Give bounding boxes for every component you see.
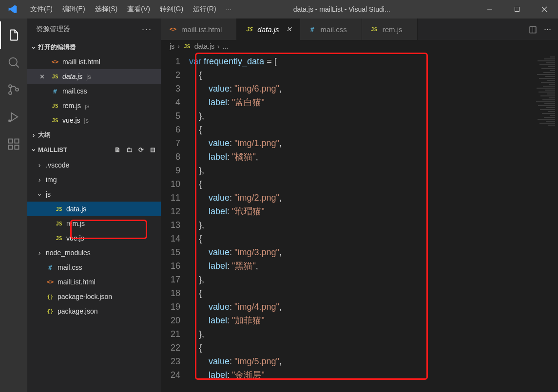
svg-point-7 — [9, 92, 12, 94]
tree-file[interactable]: vue.js — [27, 231, 161, 245]
html-file-icon — [46, 279, 55, 285]
activity-search-icon[interactable] — [0, 49, 27, 76]
open-editor-item[interactable]: data.jsjs — [27, 69, 161, 84]
svg-point-6 — [9, 85, 12, 88]
collapse-all-icon[interactable]: ⊟ — [148, 146, 157, 153]
window-close-button[interactable] — [531, 0, 558, 19]
section-open-editors[interactable]: 打开的编辑器 — [27, 40, 161, 55]
editor-tab[interactable]: rem.js — [362, 19, 418, 40]
tree-file[interactable]: mailList.html — [27, 275, 161, 289]
editor-tab[interactable]: mail.css — [300, 19, 362, 40]
breadcrumb-segment[interactable]: js — [170, 42, 174, 50]
tree-folder[interactable]: .vscode — [27, 158, 161, 172]
svg-rect-14 — [15, 139, 19, 143]
tree-file[interactable]: mail.css — [27, 260, 161, 275]
section-project-label: MAILLIST — [38, 146, 67, 153]
titlebar: 文件(F)编辑(E)选择(S)查看(V)转到(G)运行(R)··· data.j… — [0, 0, 558, 19]
vscode-logo-icon — [0, 4, 25, 14]
activity-explorer-icon[interactable] — [0, 21, 27, 49]
menu-item[interactable]: 选择(S) — [90, 0, 123, 19]
section-outline[interactable]: 大纲 — [27, 128, 161, 142]
breadcrumbs[interactable]: jsdata.js... — [161, 40, 558, 53]
chevron-right-icon — [177, 42, 180, 50]
activity-extensions-icon[interactable] — [0, 131, 27, 158]
sidebar-more-icon[interactable]: ··· — [142, 24, 152, 35]
tree-file[interactable]: data.js — [27, 202, 161, 216]
tree-folder[interactable]: js — [27, 187, 161, 202]
css-file-icon — [46, 264, 55, 271]
editor-tab[interactable]: mailList.html — [161, 19, 237, 40]
file-tree: .vscodeimgjsdata.jsrem.jsvue.jsnode_modu… — [27, 157, 161, 318]
activity-source-control-icon[interactable] — [0, 76, 27, 103]
chevron-right-icon — [36, 176, 43, 184]
section-project[interactable]: MAILLIST 🗎 🗀 ⟳ ⊟ — [27, 142, 161, 157]
activity-run-debug-icon[interactable] — [0, 103, 27, 131]
menubar: 文件(F)编辑(E)选择(S)查看(V)转到(G)运行(R)··· — [25, 0, 236, 19]
editor-area: mailList.htmldata.jsmail.cssrem.js ◫ ···… — [161, 19, 558, 392]
tree-label: package-lock.json — [58, 293, 112, 300]
menu-item[interactable]: 编辑(E) — [58, 0, 90, 19]
tree-label: .vscode — [46, 161, 69, 169]
svg-rect-1 — [515, 7, 520, 12]
svg-point-8 — [16, 88, 19, 91]
chevron-down-icon — [29, 43, 38, 51]
tree-file[interactable]: rem.js — [27, 216, 161, 231]
close-icon[interactable] — [286, 25, 292, 33]
chevron-down-icon — [36, 190, 43, 198]
split-editor-icon[interactable]: ◫ — [529, 24, 537, 35]
section-open-editors-label: 打开的编辑器 — [38, 43, 76, 52]
svg-point-4 — [9, 58, 17, 66]
menu-item[interactable]: 运行(R) — [188, 0, 221, 19]
tree-file[interactable]: package-lock.json — [27, 289, 161, 304]
open-editor-desc: js — [86, 73, 91, 80]
window-maximize-button[interactable] — [503, 0, 531, 19]
minimap[interactable] — [524, 53, 558, 392]
svg-line-5 — [16, 65, 19, 68]
js-file-icon — [51, 103, 59, 109]
chevron-right-icon — [217, 42, 220, 50]
js-file-icon — [370, 26, 379, 33]
html-file-icon — [51, 58, 59, 65]
refresh-icon[interactable]: ⟳ — [136, 146, 145, 153]
window-minimize-button[interactable] — [476, 0, 503, 19]
breadcrumb-segment[interactable]: data.js — [194, 42, 214, 50]
editor-tabs: mailList.htmldata.jsmail.cssrem.js ◫ ··· — [161, 19, 558, 40]
svg-rect-12 — [9, 145, 13, 149]
tree-folder[interactable]: node_modules — [27, 245, 161, 260]
tree-file[interactable]: package.json — [27, 304, 161, 318]
new-folder-icon[interactable]: 🗀 — [125, 146, 134, 153]
sidebar-header: 资源管理器 ··· — [27, 19, 161, 40]
tree-label: rem.js — [66, 220, 85, 227]
menu-item[interactable]: 查看(V) — [122, 0, 155, 19]
chevron-right-icon — [29, 131, 38, 139]
open-editor-desc: js — [85, 102, 89, 110]
menu-item[interactable]: ··· — [221, 0, 237, 19]
open-editor-item[interactable]: mailList.html — [27, 55, 161, 69]
tree-folder[interactable]: img — [27, 172, 161, 187]
tab-label: data.js — [257, 25, 279, 34]
close-icon[interactable] — [38, 73, 46, 80]
tree-label: data.js — [66, 205, 86, 213]
open-editor-item[interactable]: mail.css — [27, 84, 161, 98]
chevron-right-icon — [36, 161, 43, 169]
editor-tab[interactable]: data.js — [237, 19, 300, 40]
open-editor-item[interactable]: vue.jsjs — [27, 113, 161, 128]
menu-item[interactable]: 转到(G) — [155, 0, 188, 19]
tree-label: package.json — [58, 307, 98, 315]
open-editor-label: rem.js — [62, 102, 81, 110]
new-file-icon[interactable]: 🗎 — [113, 146, 122, 153]
tab-more-icon[interactable]: ··· — [544, 24, 551, 35]
tree-label: img — [46, 176, 57, 184]
chevron-right-icon — [36, 249, 43, 257]
menu-item[interactable]: 文件(F) — [25, 0, 58, 19]
tree-label: vue.js — [66, 234, 84, 242]
svg-rect-11 — [9, 139, 13, 143]
open-editor-item[interactable]: rem.jsjs — [27, 98, 161, 113]
open-editor-label: mailList.html — [62, 58, 100, 66]
open-editors-list: mailList.htmldata.jsjsmail.cssrem.jsjsvu… — [27, 55, 161, 128]
code-content[interactable]: var frequently_data = [ { value: "img/6.… — [189, 53, 524, 392]
breadcrumb-segment[interactable]: ... — [223, 42, 229, 50]
css-file-icon — [308, 26, 317, 33]
tree-label: mail.css — [58, 263, 82, 271]
editor-body: 123456789101112131415161718192021222324 … — [161, 53, 558, 392]
